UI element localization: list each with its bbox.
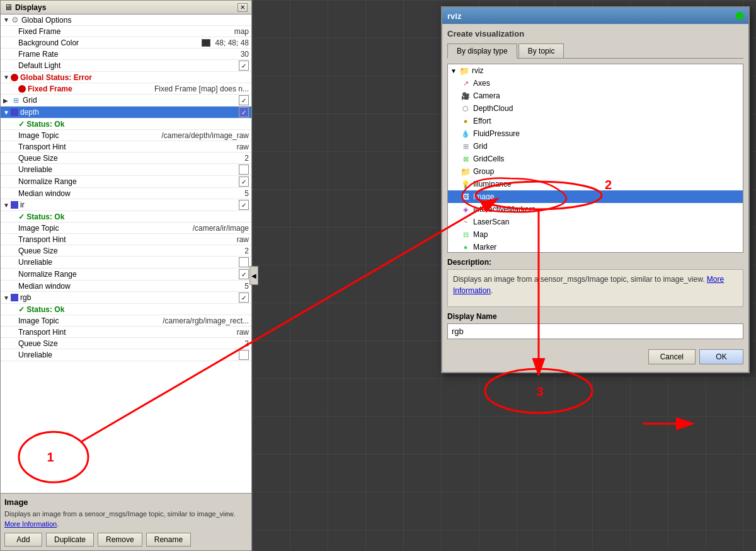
map-row[interactable]: ⊟ Map (448, 228, 743, 241)
rgb-unreliable-row[interactable]: Unreliable (1, 349, 251, 361)
camera-icon: 🎥 (461, 91, 471, 101)
interactivemarkers-label: InteractiveMarkers (473, 205, 536, 214)
error-icon (11, 74, 18, 81)
rename-button[interactable]: Rename (146, 533, 191, 547)
description-section: Description: Displays an image from a se… (447, 258, 743, 307)
rviz-root-row[interactable]: ▼ 📁 rviz (448, 64, 743, 77)
error-icon-2 (18, 85, 26, 93)
grid-viz-icon: ⊞ (461, 141, 471, 151)
create-visualization-label: Create visualization (447, 29, 743, 38)
ir-image-topic-row[interactable]: Image Topic /camera/ir/image (1, 223, 251, 234)
rgb-image-topic-label: Image Topic (18, 316, 160, 325)
depth-unreliable-row[interactable]: Unreliable (1, 164, 251, 176)
ir-normalize-checkbox[interactable]: ✓ (239, 269, 249, 279)
depthcloud-icon: ⬡ (461, 103, 471, 113)
panel-close-button[interactable]: ✕ (238, 3, 248, 12)
fixed-frame-label: Fixed Frame (18, 27, 232, 36)
depth-normalize-checkbox[interactable]: ✓ (239, 177, 249, 187)
ir-transport-hint-row[interactable]: Transport Hint raw (1, 234, 251, 245)
ir-normalize-row[interactable]: Normalize Range ✓ (1, 269, 251, 281)
tab-by-topic[interactable]: By topic (518, 44, 564, 58)
effort-label: Effort (473, 117, 491, 125)
depth-row[interactable]: ▼ depth ✓ (1, 107, 251, 119)
displays-tree: ▼ ⚙ Global Options Fixed Frame map Backg… (1, 14, 251, 493)
depth-icon (11, 108, 18, 116)
laserscan-label: LaserScan (473, 218, 509, 226)
grid-arrow: ▶ (3, 97, 9, 104)
global-status-fixed-frame-row[interactable]: Fixed Frame Fixed Frame [map] does n... (1, 83, 251, 95)
cancel-button[interactable]: Cancel (648, 349, 696, 364)
ir-checkbox[interactable]: ✓ (239, 200, 249, 210)
remove-button[interactable]: Remove (98, 533, 142, 547)
fluidpressure-row[interactable]: 💧 FluidPressure (448, 127, 743, 140)
axes-label: Axes (473, 79, 490, 88)
default-light-row[interactable]: Default Light ✓ (1, 60, 251, 72)
description-text: Displays an image from a sensor_msgs/Ima… (447, 269, 743, 307)
fixed-frame-row[interactable]: Fixed Frame map (1, 26, 251, 37)
rgb-transport-hint-value: raw (237, 328, 249, 337)
marker-row[interactable]: ● Marker (448, 241, 743, 253)
grid-viz-row[interactable]: ⊞ Grid (448, 140, 743, 153)
effort-row[interactable]: ● Effort (448, 115, 743, 127)
duplicate-button[interactable]: Duplicate (46, 533, 94, 547)
illuminance-row[interactable]: 💡 Illuminance (448, 178, 743, 190)
image-row[interactable]: 🖼 Image (448, 190, 743, 203)
axes-row[interactable]: ↗ Axes (448, 77, 743, 90)
add-button[interactable]: Add (4, 533, 42, 547)
global-options-row[interactable]: ▼ ⚙ Global Options (1, 14, 251, 26)
rgb-image-topic-row[interactable]: Image Topic /camera/rgb/image_rect... (1, 315, 251, 327)
more-info-link[interactable]: More Information (4, 520, 57, 528)
depth-queue-size-row[interactable]: Queue Size 2 (1, 153, 251, 164)
depth-unreliable-checkbox[interactable] (239, 165, 249, 175)
depthcloud-label: DepthCloud (473, 104, 513, 113)
status-dot (736, 12, 743, 20)
depthcloud-row[interactable]: ⬡ DepthCloud (448, 102, 743, 115)
depth-transport-hint-value: raw (237, 142, 249, 151)
background-color-row[interactable]: Background Color 48; 48; 48 (1, 37, 251, 49)
grid-row[interactable]: ▶ ⊞ Grid ✓ (1, 95, 251, 107)
depth-arrow: ▼ (3, 109, 9, 116)
interactivemarkers-icon: ◈ (461, 204, 471, 214)
ir-median-row[interactable]: Median window 5 (1, 281, 251, 292)
default-light-checkbox[interactable]: ✓ (239, 61, 249, 71)
ok-button[interactable]: OK (699, 349, 743, 364)
tab-by-display-type[interactable]: By display type (447, 44, 517, 59)
rgb-checkbox[interactable]: ✓ (239, 293, 249, 303)
depth-normalize-row[interactable]: Normalize Range ✓ (1, 176, 251, 188)
ir-queue-size-row[interactable]: Queue Size 2 (1, 245, 251, 257)
panel-title: Displays (15, 3, 235, 12)
rgb-transport-hint-label: Transport Hint (18, 328, 234, 337)
depth-image-topic-row[interactable]: Image Topic /camera/depth/image_raw (1, 130, 251, 141)
rgb-queue-size-row[interactable]: Queue Size 2 (1, 338, 251, 349)
folder-icon: 📁 (459, 66, 469, 76)
camera-row[interactable]: 🎥 Camera (448, 90, 743, 102)
frame-rate-row[interactable]: Frame Rate 30 (1, 49, 251, 60)
group-row[interactable]: 📁 Group (448, 165, 743, 178)
ir-row[interactable]: ▼ ir ✓ (1, 199, 251, 211)
rgb-image-topic-value: /camera/rgb/image_rect... (163, 316, 249, 325)
ir-median-value: 5 (244, 282, 249, 291)
bottom-buttons: Add Duplicate Remove Rename (4, 533, 248, 547)
collapse-handle[interactable]: ◀ (249, 266, 258, 285)
rgb-row[interactable]: ▼ rgb ✓ (1, 292, 251, 304)
illuminance-icon: 💡 (461, 179, 471, 189)
grid-icon: ⊞ (11, 95, 21, 105)
depth-transport-hint-row[interactable]: Transport Hint raw (1, 141, 251, 153)
gridcells-row[interactable]: ⊠ GridCells (448, 153, 743, 165)
depth-median-row[interactable]: Median window 5 (1, 188, 251, 199)
grid-checkbox[interactable]: ✓ (239, 95, 249, 105)
global-status-row[interactable]: ▼ Global Status: Error (1, 72, 251, 83)
map-label: Map (473, 230, 488, 239)
display-name-input[interactable] (447, 323, 743, 339)
depth-checkbox[interactable]: ✓ (239, 107, 249, 117)
rgb-unreliable-checkbox[interactable] (239, 350, 249, 360)
ir-unreliable-row[interactable]: Unreliable (1, 257, 251, 269)
rgb-status-row: ✓ Status: Ok (1, 304, 251, 315)
interactivemarkers-row[interactable]: ◈ InteractiveMarkers (448, 203, 743, 216)
laserscan-row[interactable]: ~ LaserScan (448, 216, 743, 228)
rgb-transport-hint-row[interactable]: Transport Hint raw (1, 327, 251, 338)
marker-icon: ● (461, 242, 471, 252)
panel-titlebar: 🖥 Displays ✕ (1, 1, 251, 14)
dialog-footer: Cancel OK (447, 347, 743, 367)
ir-unreliable-checkbox[interactable] (239, 257, 249, 267)
